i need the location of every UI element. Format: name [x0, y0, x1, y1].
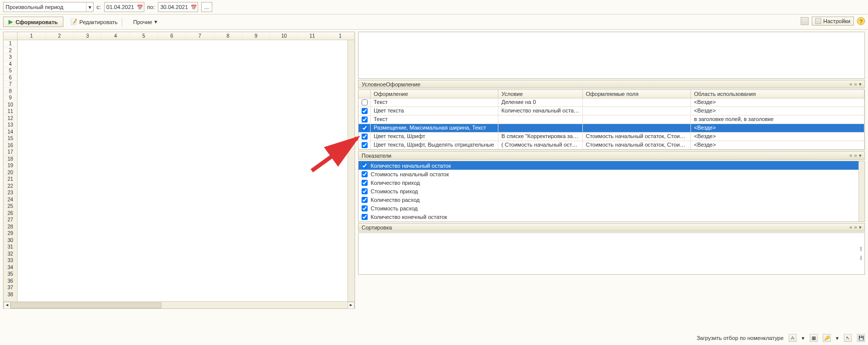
row-header[interactable]: 6 — [4, 74, 17, 81]
scroll-right-icon[interactable]: ► — [348, 302, 355, 309]
v-scrollbar[interactable] — [348, 40, 355, 301]
row-header[interactable]: 28 — [4, 223, 17, 231]
row-header[interactable]: 19 — [4, 162, 17, 169]
collapse-icon[interactable]: « — [849, 81, 852, 87]
col-header[interactable]: 5 — [130, 32, 158, 40]
row-header[interactable]: 24 — [4, 196, 17, 203]
row-header[interactable]: 35 — [4, 271, 17, 278]
table-row[interactable]: Цвет текста, ШрифтВ списке "Корректировк… — [359, 133, 864, 141]
row-header[interactable]: 27 — [4, 216, 17, 223]
item-checkbox[interactable] — [362, 163, 368, 169]
col-header[interactable]: 9 — [242, 32, 271, 40]
settings-button[interactable]: Настройки — [812, 17, 854, 26]
cursor-icon[interactable]: ↖ — [844, 334, 852, 342]
sort-box[interactable]: ⬆ ⬇ — [358, 233, 865, 275]
table-row[interactable]: Текств заголовке полей, в заголовке — [359, 116, 864, 124]
scroll-thumb[interactable] — [11, 302, 161, 308]
list-item[interactable]: Стоимость начальный остаток — [359, 170, 864, 178]
row-header[interactable]: 30 — [4, 237, 17, 244]
move-up-icon[interactable]: ⬆ — [858, 246, 863, 253]
row-header[interactable]: 18 — [4, 156, 17, 163]
item-checkbox[interactable] — [362, 205, 368, 211]
row-header[interactable]: 32 — [4, 251, 17, 258]
col-header[interactable]: 11 — [298, 32, 326, 40]
chevron-down-icon[interactable]: ▾ — [802, 335, 805, 341]
h-scrollbar[interactable]: ◄ ► — [4, 301, 355, 308]
item-checkbox[interactable] — [362, 197, 368, 203]
col-header[interactable]: 4 — [102, 32, 130, 40]
table-row[interactable]: Размещение, Максимальная ширина, Текст<В… — [359, 124, 864, 133]
row-checkbox[interactable] — [362, 142, 368, 148]
row-header[interactable]: 21 — [4, 176, 17, 183]
table-row[interactable]: Цвет текстаКоличество начальный остаток … — [359, 107, 864, 116]
row-header[interactable]: 9 — [4, 94, 17, 101]
collapse-icon[interactable]: « — [849, 224, 852, 230]
row-header[interactable]: 13 — [4, 122, 17, 129]
chevron-down-icon[interactable]: ▾ — [859, 81, 861, 87]
date-to-input[interactable]: 30.04.2021 📅 — [158, 2, 198, 12]
col-header[interactable]: 7 — [186, 32, 214, 40]
item-checkbox[interactable] — [362, 188, 368, 194]
scroll-left-icon[interactable]: ◄ — [4, 302, 11, 309]
col-header[interactable]: 1 — [326, 32, 355, 40]
row-header[interactable]: 14 — [4, 129, 17, 136]
list-item[interactable]: Количество начальный остаток — [359, 161, 864, 170]
expand-icon[interactable]: » — [854, 224, 857, 230]
col-header[interactable]: 1 — [18, 32, 46, 40]
grid-cells[interactable] — [18, 40, 355, 301]
list-item[interactable]: Количество конечный остаток — [359, 212, 864, 221]
table-row[interactable]: Цвет текста, Шрифт, Выделять отрицательн… — [359, 141, 864, 150]
save-icon[interactable]: 💾 — [857, 334, 865, 342]
row-header[interactable]: 15 — [4, 135, 17, 142]
cond-format-table[interactable]: Оформление Условие Оформляемые поля Обла… — [358, 89, 865, 150]
row-header[interactable]: 34 — [4, 264, 17, 271]
row-header[interactable]: 20 — [4, 169, 17, 176]
row-header[interactable]: 36 — [4, 278, 17, 285]
row-header[interactable]: 4 — [4, 61, 17, 68]
row-header[interactable]: 7 — [4, 81, 17, 88]
list-item[interactable]: Количество расход — [359, 195, 864, 204]
grid-icon[interactable]: ▦ — [810, 334, 818, 342]
row-header[interactable]: 31 — [4, 244, 17, 251]
chevron-down-icon[interactable]: ▾ — [859, 153, 861, 158]
pokaz-list[interactable]: Количество начальный остатокСтоимость на… — [358, 161, 865, 222]
others-dropdown[interactable]: Прочие ▾ — [133, 19, 157, 25]
list-item[interactable]: Стоимость приход — [359, 187, 864, 195]
expand-icon[interactable]: » — [854, 153, 857, 158]
period-selector[interactable]: Произвольный период ▾ — [3, 2, 94, 12]
row-header[interactable]: 11 — [4, 108, 17, 115]
row-header[interactable]: 37 — [4, 284, 17, 291]
layout-icon[interactable] — [801, 17, 809, 25]
move-down-icon[interactable]: ⬇ — [858, 255, 863, 262]
row-header[interactable]: 8 — [4, 88, 17, 95]
row-checkbox[interactable] — [362, 134, 368, 140]
key-icon[interactable]: 🔑 — [823, 334, 831, 342]
row-header[interactable]: 22 — [4, 183, 17, 190]
footer-load-label[interactable]: Загрузить отбор по номенклатуре — [697, 335, 784, 341]
row-header[interactable]: 29 — [4, 230, 17, 237]
row-header[interactable]: 1 — [4, 40, 17, 47]
help-icon[interactable]: ? — [857, 17, 865, 25]
expand-icon[interactable]: » — [854, 81, 857, 87]
font-icon[interactable]: A — [789, 334, 797, 342]
row-header[interactable]: 33 — [4, 257, 17, 264]
edit-button[interactable]: 📝 Редактировать — [70, 19, 118, 25]
item-checkbox[interactable] — [362, 180, 368, 186]
row-checkbox[interactable] — [362, 125, 368, 131]
row-header[interactable]: 26 — [4, 210, 17, 217]
row-header[interactable]: 25 — [4, 203, 17, 210]
col-header[interactable]: 6 — [158, 32, 186, 40]
row-header[interactable]: 17 — [4, 149, 17, 156]
row-header[interactable]: 5 — [4, 67, 17, 74]
col-header[interactable]: 3 — [74, 32, 102, 40]
row-header[interactable]: 23 — [4, 189, 17, 196]
collapse-icon[interactable]: « — [849, 153, 852, 158]
row-header[interactable]: 2 — [4, 47, 17, 54]
col-header[interactable]: 10 — [270, 32, 298, 40]
row-checkbox[interactable] — [362, 99, 368, 105]
row-header[interactable]: 10 — [4, 101, 17, 108]
row-header[interactable]: 38 — [4, 291, 17, 298]
v-scrollbar[interactable] — [858, 161, 864, 221]
col-header[interactable]: 2 — [46, 32, 74, 40]
row-header[interactable]: 3 — [4, 54, 17, 61]
